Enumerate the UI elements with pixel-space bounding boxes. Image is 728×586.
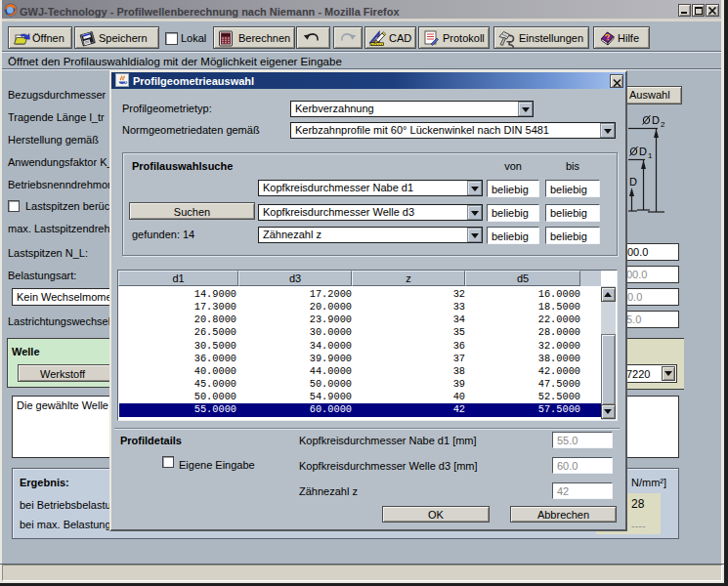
svg-text:D: D (652, 114, 660, 126)
svg-text:D: D (629, 176, 637, 188)
svg-text:1: 1 (648, 151, 653, 160)
svg-text:D: D (639, 146, 647, 157)
svg-text:2: 2 (661, 120, 665, 129)
